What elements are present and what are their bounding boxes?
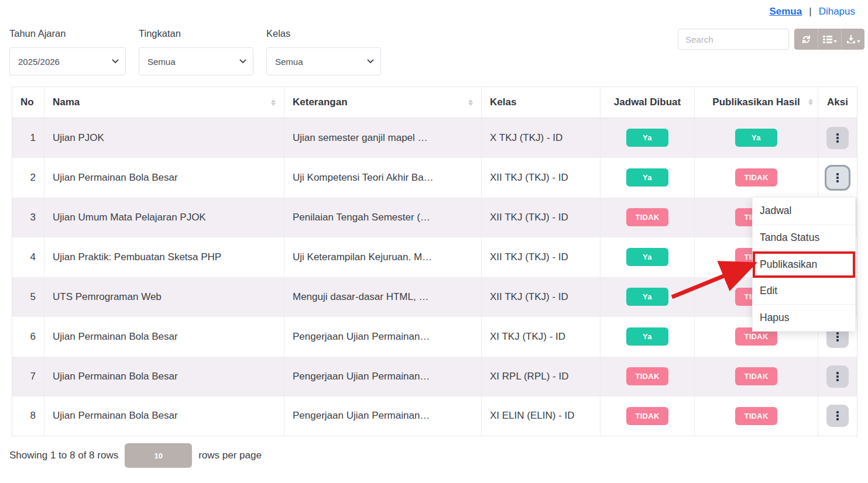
cell-kelas: XI TKJ (TKJ) - ID [490,331,565,342]
table-row: 1Ujian PJOKUjian semester ganjil mapel …… [12,118,857,158]
kebab-icon [836,411,839,413]
status-badge: Ya [626,288,668,306]
cell-keterangan: Uji Keterampilan Kejuruan. M… [293,251,432,263]
refresh-button[interactable] [794,29,818,50]
sort-icon[interactable] [271,99,276,106]
cell-nama: Ujian Umum Mata Pelajaran PJOK [53,212,206,223]
table-row: 2Ujian Permainan Bola BesarUji Kompetens… [12,158,857,198]
status-badge: TIDAK [626,367,668,385]
status-badge: TIDAK [735,168,777,187]
sort-icon[interactable] [808,99,813,105]
cell-keterangan: Pengerjaan Ujian Permainan… [293,331,430,342]
cell-no: 3 [30,212,36,223]
cell-keterangan: Menguji dasar-dasar HTML, … [293,291,428,302]
row-actions-button[interactable] [826,127,849,149]
status-badge: TIDAK [735,367,777,385]
kebab-icon [836,372,839,374]
table-row: 4Ujian Praktik: Pembuatan Sketsa PHPUji … [12,237,857,277]
filter-label: Tingkatan [139,28,253,39]
status-badge: TIDAK [626,407,668,425]
filter-label: Tahun Ajaran [9,28,126,39]
tab-separator: | [809,6,811,18]
row-actions-button[interactable] [826,365,849,388]
table-row: 3Ujian Umum Mata Pelajaran PJOKPenilaian… [12,198,857,237]
caret-down-icon [833,40,837,43]
column-header-kelas: Kelas [482,87,601,118]
sort-icon[interactable] [468,99,473,106]
search-input[interactable] [678,29,789,50]
column-header-nama[interactable]: Nama [44,87,284,118]
cell-keterangan: Pengerjaan Ujian Permainan… [293,371,430,382]
status-badge: Ya [626,129,668,147]
cell-nama: Ujian Praktik: Pembuatan Sketsa PHP [53,251,221,263]
cell-nama: UTS Pemrograman Web [53,291,162,302]
cell-no: 1 [30,132,36,143]
view-tabs: Semua | Dihapus [769,6,855,18]
filter-select-tahun-ajaran[interactable]: 2025/2026 [9,47,126,75]
page-size-select[interactable]: 10 [125,443,192,468]
cell-nama: Ujian Permainan Bola Besar [53,410,178,421]
column-label: Keterangan [293,96,348,108]
cell-no: 7 [30,371,36,382]
status-badge: Ya [626,248,668,266]
cell-no: 5 [30,291,36,302]
cell-no: 6 [30,331,36,342]
kebab-icon [836,173,839,175]
column-header-keterangan[interactable]: Keterangan [284,87,482,118]
filter-bar: Tahun Ajaran2025/2026TingkatanSemuaKelas… [9,28,381,75]
filter-tingkatan: TingkatanSemua [139,28,253,75]
cell-kelas: XII TKJ (TKJ) - ID [490,172,568,183]
exam-list-page: Semua | Dihapus Tahun Ajaran2025/2026Tin… [0,0,868,483]
status-badge: TIDAK [626,208,668,226]
cell-no: 4 [30,251,36,263]
table-row: 6Ujian Permainan Bola BesarPengerjaan Uj… [12,317,857,357]
menu-item-publikasikan[interactable]: Publikasikan [753,251,855,278]
exam-table: NoNamaKeteranganKelasJadwal DibuatPublik… [12,87,857,436]
export-button[interactable] [841,29,864,50]
table-header-row: NoNamaKeteranganKelasJadwal DibuatPublik… [12,87,857,118]
cell-kelas: XII TKJ (TKJ) - ID [490,251,568,263]
column-header-aksi: Aksi [818,87,857,118]
row-actions-button[interactable] [826,167,849,189]
cell-kelas: XI ELIN (ELIN) - ID [490,410,575,421]
cell-nama: Ujian PJOK [53,132,104,143]
cell-nama: Ujian Permainan Bola Besar [53,172,178,183]
row-actions-button[interactable] [826,405,849,427]
cell-no: 2 [30,172,36,183]
menu-item-edit[interactable]: Edit [753,278,855,305]
status-badge: Ya [626,168,668,187]
column-header-jadwal-dibuat: Jadwal Dibuat [601,87,695,118]
menu-item-tanda-status[interactable]: Tanda Status [753,225,855,251]
filter-select-tingkatan[interactable]: Semua [139,47,253,75]
cell-no: 8 [30,410,36,421]
cell-keterangan: Uji Kompetensi Teori Akhir Ba… [293,172,434,183]
toolbar-button-group [794,29,864,50]
cell-kelas: XI RPL (RPL) - ID [490,371,568,382]
table-row: 5UTS Pemrograman WebMenguji dasar-dasar … [12,277,857,317]
tab-semua[interactable]: Semua [769,6,802,18]
kebab-icon [836,133,839,136]
filter-label: Kelas [266,28,381,39]
menu-item-hapus[interactable]: Hapus [753,304,855,331]
column-label: Nama [53,96,80,108]
menu-item-jadwal[interactable]: Jadwal [753,198,855,225]
cell-keterangan: Ujian semester ganjil mapel … [293,132,428,143]
cell-keterangan: Penilaian Tengah Semester (… [293,212,430,223]
filter-select-kelas[interactable]: Semua [266,47,381,75]
showing-rows-text: Showing 1 to 8 of 8 rows [9,450,118,461]
column-label: Publikasikan Hasil [712,96,800,108]
column-label: Jadwal Dibuat [614,96,681,108]
table-toolbar [678,29,864,50]
filter-kelas: KelasSemua [266,28,381,75]
column-header-publikasikan-hasil[interactable]: Publikasikan Hasil [695,87,818,118]
tab-dihapus[interactable]: Dihapus [819,6,855,18]
refresh-icon [801,34,811,44]
status-badge: Ya [626,327,668,346]
column-label: No [20,96,34,108]
columns-icon [823,35,832,44]
status-badge: TIDAK [735,407,777,425]
table-row: 8Ujian Permainan Bola BesarPengerjaan Uj… [12,396,857,436]
cell-nama: Ujian Permainan Bola Besar [53,371,178,382]
cell-kelas: X TKJ (TKJ) - ID [490,132,562,143]
columns-button[interactable] [818,29,841,50]
